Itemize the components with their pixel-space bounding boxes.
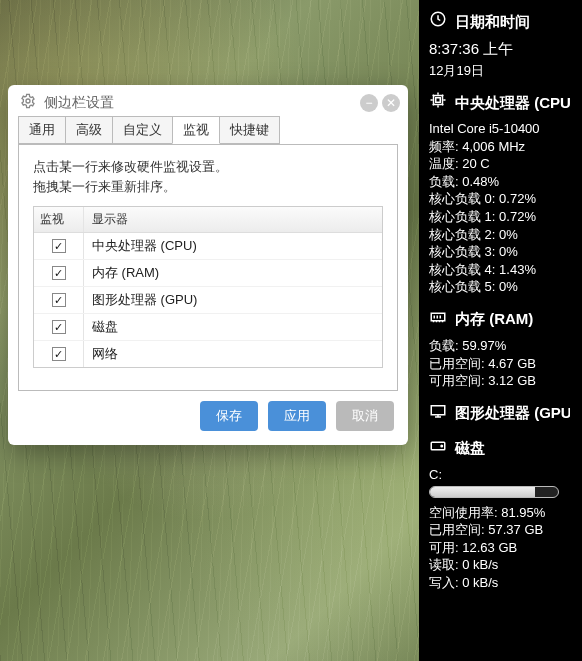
tab-general[interactable]: 通用 <box>18 116 66 144</box>
cpu-core-0: 核心负载 0: 0.72% <box>429 190 570 208</box>
cpu-core-3: 核心负载 3: 0% <box>429 243 570 261</box>
sidebar-section-gpu: 图形处理器 (GPU) <box>429 402 570 425</box>
cpu-icon <box>429 91 447 114</box>
ram-load: 负载: 59.97% <box>429 337 570 355</box>
dialog-tabs: 通用 高级 自定义 监视 快捷键 <box>8 116 408 145</box>
list-item: 中央处理器 (CPU) <box>84 233 382 259</box>
dialog-titlebar[interactable]: 侧边栏设置 − ✕ <box>8 85 408 116</box>
checkbox[interactable]: ✓ <box>52 266 66 280</box>
cpu-core-1: 核心负载 1: 0.72% <box>429 208 570 226</box>
grid-col-monitor[interactable]: 监视 <box>34 207 84 232</box>
cpu-core-4: 核心负载 4: 1.43% <box>429 261 570 279</box>
date-value: 12月19日 <box>429 62 570 80</box>
sidebar-section-cpu: 中央处理器 (CPU) Intel Core i5-10400 频率: 4,00… <box>429 91 570 296</box>
disk-read: 读取: 0 kB/s <box>429 556 570 574</box>
cpu-temp: 温度: 20 C <box>429 155 570 173</box>
minimize-button[interactable]: − <box>360 94 378 112</box>
cpu-load: 负载: 0.48% <box>429 173 570 191</box>
ram-icon <box>429 308 447 331</box>
cpu-core-5: 核心负载 5: 0% <box>429 278 570 296</box>
checkbox[interactable]: ✓ <box>52 293 66 307</box>
dialog-title: 侧边栏设置 <box>44 94 356 112</box>
disk-usage: 空间使用率: 81.95% <box>429 504 570 522</box>
tab-custom[interactable]: 自定义 <box>112 116 173 144</box>
settings-dialog: 侧边栏设置 − ✕ 通用 高级 自定义 监视 快捷键 点击某一行来修改硬件监视设… <box>8 85 408 445</box>
monitor-sidebar: 日期和时间 8:37:36 上午 12月19日 中央处理器 (CPU) Inte… <box>419 0 582 661</box>
clock-icon <box>429 10 447 33</box>
disk-drive: C: <box>429 466 570 484</box>
sidebar-section-ram: 内存 (RAM) 负载: 59.97% 已用空间: 4.67 GB 可用空间: … <box>429 308 570 390</box>
cancel-button[interactable]: 取消 <box>336 401 394 431</box>
apply-button[interactable]: 应用 <box>268 401 326 431</box>
table-row[interactable]: ✓ 内存 (RAM) <box>34 260 382 287</box>
close-button[interactable]: ✕ <box>382 94 400 112</box>
svg-rect-2 <box>436 98 441 103</box>
disk-title: 磁盘 <box>455 438 485 458</box>
gpu-title: 图形处理器 (GPU) <box>455 403 570 423</box>
svg-rect-4 <box>431 405 445 414</box>
disk-usage-bar <box>429 486 559 498</box>
disk-write: 写入: 0 kB/s <box>429 574 570 592</box>
tab-advanced[interactable]: 高级 <box>65 116 113 144</box>
dialog-button-bar: 保存 应用 取消 <box>8 391 408 445</box>
cpu-freq: 频率: 4,006 MHz <box>429 138 570 156</box>
table-row[interactable]: ✓ 图形处理器 (GPU) <box>34 287 382 314</box>
sidebar-section-disk: 磁盘 C: 空间使用率: 81.95% 已用空间: 57.37 GB 可用: 1… <box>429 437 570 592</box>
svg-point-7 <box>26 99 30 103</box>
grid-col-display[interactable]: 显示器 <box>84 207 382 232</box>
datetime-title: 日期和时间 <box>455 12 530 32</box>
save-button[interactable]: 保存 <box>200 401 258 431</box>
list-item: 网络 <box>84 341 382 367</box>
checkbox[interactable]: ✓ <box>52 347 66 361</box>
checkbox[interactable]: ✓ <box>52 239 66 253</box>
tab-hotkey[interactable]: 快捷键 <box>219 116 280 144</box>
cpu-core-2: 核心负载 2: 0% <box>429 226 570 244</box>
pane-help-text: 点击某一行来修改硬件监视设置。 拖拽某一行来重新排序。 <box>33 157 383 196</box>
disk-usage-bar-fill <box>430 487 535 497</box>
grid-header: 监视 显示器 <box>34 207 382 233</box>
list-item: 图形处理器 (GPU) <box>84 287 382 313</box>
tab-monitor[interactable]: 监视 <box>172 116 220 144</box>
time-value: 8:37:36 上午 <box>429 39 570 59</box>
gear-icon <box>20 93 36 112</box>
ram-used: 已用空间: 4.67 GB <box>429 355 570 373</box>
tab-pane-monitor: 点击某一行来修改硬件监视设置。 拖拽某一行来重新排序。 监视 显示器 ✓ 中央处… <box>18 144 398 391</box>
gpu-icon <box>429 402 447 425</box>
disk-free: 可用: 12.63 GB <box>429 539 570 557</box>
list-item: 磁盘 <box>84 314 382 340</box>
checkbox[interactable]: ✓ <box>52 320 66 334</box>
cpu-model: Intel Core i5-10400 <box>429 120 570 138</box>
sidebar-section-datetime: 日期和时间 8:37:36 上午 12月19日 <box>429 10 570 79</box>
table-row[interactable]: ✓ 中央处理器 (CPU) <box>34 233 382 260</box>
table-row[interactable]: ✓ 磁盘 <box>34 314 382 341</box>
monitor-grid: 监视 显示器 ✓ 中央处理器 (CPU) ✓ 内存 (RAM) ✓ 图形处理器 … <box>33 206 383 368</box>
ram-title: 内存 (RAM) <box>455 309 533 329</box>
ram-free: 可用空间: 3.12 GB <box>429 372 570 390</box>
disk-used: 已用空间: 57.37 GB <box>429 521 570 539</box>
svg-rect-1 <box>434 96 443 105</box>
svg-point-6 <box>441 445 443 447</box>
table-row[interactable]: ✓ 网络 <box>34 341 382 367</box>
disk-icon <box>429 437 447 460</box>
list-item: 内存 (RAM) <box>84 260 382 286</box>
cpu-title: 中央处理器 (CPU) <box>455 93 570 113</box>
